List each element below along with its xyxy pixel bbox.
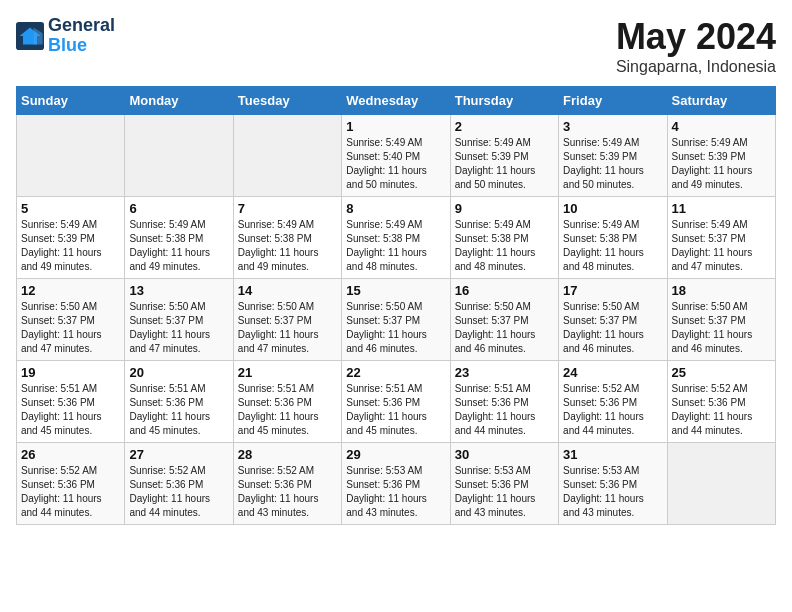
day-number: 9 — [455, 201, 554, 216]
weekday-header-wednesday: Wednesday — [342, 87, 450, 115]
calendar-subtitle: Singaparna, Indonesia — [616, 58, 776, 76]
calendar-cell: 29Sunrise: 5:53 AMSunset: 5:36 PMDayligh… — [342, 443, 450, 525]
calendar-cell: 11Sunrise: 5:49 AMSunset: 5:37 PMDayligh… — [667, 197, 775, 279]
calendar-week-3: 12Sunrise: 5:50 AMSunset: 5:37 PMDayligh… — [17, 279, 776, 361]
calendar-cell: 27Sunrise: 5:52 AMSunset: 5:36 PMDayligh… — [125, 443, 233, 525]
day-number: 14 — [238, 283, 337, 298]
calendar-cell: 30Sunrise: 5:53 AMSunset: 5:36 PMDayligh… — [450, 443, 558, 525]
weekday-header-monday: Monday — [125, 87, 233, 115]
day-info: Sunrise: 5:50 AMSunset: 5:37 PMDaylight:… — [346, 300, 445, 356]
day-number: 30 — [455, 447, 554, 462]
day-info: Sunrise: 5:49 AMSunset: 5:40 PMDaylight:… — [346, 136, 445, 192]
calendar-cell: 14Sunrise: 5:50 AMSunset: 5:37 PMDayligh… — [233, 279, 341, 361]
weekday-header-friday: Friday — [559, 87, 667, 115]
calendar-week-5: 26Sunrise: 5:52 AMSunset: 5:36 PMDayligh… — [17, 443, 776, 525]
logo-line2: Blue — [48, 36, 115, 56]
day-number: 26 — [21, 447, 120, 462]
day-info: Sunrise: 5:51 AMSunset: 5:36 PMDaylight:… — [21, 382, 120, 438]
day-number: 21 — [238, 365, 337, 380]
calendar-cell: 22Sunrise: 5:51 AMSunset: 5:36 PMDayligh… — [342, 361, 450, 443]
calendar-cell: 24Sunrise: 5:52 AMSunset: 5:36 PMDayligh… — [559, 361, 667, 443]
calendar-table: SundayMondayTuesdayWednesdayThursdayFrid… — [16, 86, 776, 525]
logo-icon — [16, 22, 44, 50]
day-info: Sunrise: 5:49 AMSunset: 5:38 PMDaylight:… — [346, 218, 445, 274]
day-info: Sunrise: 5:49 AMSunset: 5:39 PMDaylight:… — [455, 136, 554, 192]
calendar-cell: 18Sunrise: 5:50 AMSunset: 5:37 PMDayligh… — [667, 279, 775, 361]
calendar-cell: 17Sunrise: 5:50 AMSunset: 5:37 PMDayligh… — [559, 279, 667, 361]
calendar-cell: 5Sunrise: 5:49 AMSunset: 5:39 PMDaylight… — [17, 197, 125, 279]
day-number: 23 — [455, 365, 554, 380]
calendar-cell: 8Sunrise: 5:49 AMSunset: 5:38 PMDaylight… — [342, 197, 450, 279]
day-info: Sunrise: 5:49 AMSunset: 5:39 PMDaylight:… — [563, 136, 662, 192]
day-info: Sunrise: 5:50 AMSunset: 5:37 PMDaylight:… — [563, 300, 662, 356]
day-number: 2 — [455, 119, 554, 134]
title-area: May 2024 Singaparna, Indonesia — [616, 16, 776, 76]
day-number: 5 — [21, 201, 120, 216]
day-info: Sunrise: 5:50 AMSunset: 5:37 PMDaylight:… — [238, 300, 337, 356]
calendar-cell: 10Sunrise: 5:49 AMSunset: 5:38 PMDayligh… — [559, 197, 667, 279]
day-number: 19 — [21, 365, 120, 380]
calendar-cell: 23Sunrise: 5:51 AMSunset: 5:36 PMDayligh… — [450, 361, 558, 443]
day-number: 8 — [346, 201, 445, 216]
calendar-cell: 25Sunrise: 5:52 AMSunset: 5:36 PMDayligh… — [667, 361, 775, 443]
calendar-cell: 15Sunrise: 5:50 AMSunset: 5:37 PMDayligh… — [342, 279, 450, 361]
calendar-cell: 7Sunrise: 5:49 AMSunset: 5:38 PMDaylight… — [233, 197, 341, 279]
day-info: Sunrise: 5:53 AMSunset: 5:36 PMDaylight:… — [346, 464, 445, 520]
day-info: Sunrise: 5:51 AMSunset: 5:36 PMDaylight:… — [238, 382, 337, 438]
calendar-cell — [233, 115, 341, 197]
day-number: 28 — [238, 447, 337, 462]
day-number: 12 — [21, 283, 120, 298]
day-number: 22 — [346, 365, 445, 380]
day-info: Sunrise: 5:53 AMSunset: 5:36 PMDaylight:… — [563, 464, 662, 520]
calendar-cell: 2Sunrise: 5:49 AMSunset: 5:39 PMDaylight… — [450, 115, 558, 197]
calendar-cell: 13Sunrise: 5:50 AMSunset: 5:37 PMDayligh… — [125, 279, 233, 361]
calendar-cell: 26Sunrise: 5:52 AMSunset: 5:36 PMDayligh… — [17, 443, 125, 525]
day-info: Sunrise: 5:50 AMSunset: 5:37 PMDaylight:… — [21, 300, 120, 356]
day-info: Sunrise: 5:49 AMSunset: 5:38 PMDaylight:… — [129, 218, 228, 274]
day-info: Sunrise: 5:52 AMSunset: 5:36 PMDaylight:… — [238, 464, 337, 520]
day-number: 6 — [129, 201, 228, 216]
day-info: Sunrise: 5:50 AMSunset: 5:37 PMDaylight:… — [672, 300, 771, 356]
calendar-cell: 1Sunrise: 5:49 AMSunset: 5:40 PMDaylight… — [342, 115, 450, 197]
calendar-cell: 20Sunrise: 5:51 AMSunset: 5:36 PMDayligh… — [125, 361, 233, 443]
day-number: 15 — [346, 283, 445, 298]
weekday-header-row: SundayMondayTuesdayWednesdayThursdayFrid… — [17, 87, 776, 115]
weekday-header-tuesday: Tuesday — [233, 87, 341, 115]
day-info: Sunrise: 5:49 AMSunset: 5:39 PMDaylight:… — [672, 136, 771, 192]
weekday-header-thursday: Thursday — [450, 87, 558, 115]
header: General Blue May 2024 Singaparna, Indone… — [16, 16, 776, 76]
calendar-title: May 2024 — [616, 16, 776, 58]
day-info: Sunrise: 5:52 AMSunset: 5:36 PMDaylight:… — [21, 464, 120, 520]
day-number: 29 — [346, 447, 445, 462]
day-number: 31 — [563, 447, 662, 462]
calendar-cell: 19Sunrise: 5:51 AMSunset: 5:36 PMDayligh… — [17, 361, 125, 443]
day-number: 24 — [563, 365, 662, 380]
calendar-cell: 4Sunrise: 5:49 AMSunset: 5:39 PMDaylight… — [667, 115, 775, 197]
day-info: Sunrise: 5:52 AMSunset: 5:36 PMDaylight:… — [672, 382, 771, 438]
logo-line1: General — [48, 16, 115, 36]
calendar-cell — [125, 115, 233, 197]
day-info: Sunrise: 5:52 AMSunset: 5:36 PMDaylight:… — [129, 464, 228, 520]
calendar-week-1: 1Sunrise: 5:49 AMSunset: 5:40 PMDaylight… — [17, 115, 776, 197]
day-info: Sunrise: 5:50 AMSunset: 5:37 PMDaylight:… — [455, 300, 554, 356]
calendar-cell: 21Sunrise: 5:51 AMSunset: 5:36 PMDayligh… — [233, 361, 341, 443]
calendar-cell: 9Sunrise: 5:49 AMSunset: 5:38 PMDaylight… — [450, 197, 558, 279]
day-info: Sunrise: 5:53 AMSunset: 5:36 PMDaylight:… — [455, 464, 554, 520]
day-info: Sunrise: 5:51 AMSunset: 5:36 PMDaylight:… — [346, 382, 445, 438]
weekday-header-sunday: Sunday — [17, 87, 125, 115]
weekday-header-saturday: Saturday — [667, 87, 775, 115]
day-info: Sunrise: 5:52 AMSunset: 5:36 PMDaylight:… — [563, 382, 662, 438]
day-info: Sunrise: 5:49 AMSunset: 5:39 PMDaylight:… — [21, 218, 120, 274]
day-number: 11 — [672, 201, 771, 216]
day-info: Sunrise: 5:51 AMSunset: 5:36 PMDaylight:… — [129, 382, 228, 438]
day-number: 17 — [563, 283, 662, 298]
day-number: 25 — [672, 365, 771, 380]
day-number: 18 — [672, 283, 771, 298]
calendar-cell: 12Sunrise: 5:50 AMSunset: 5:37 PMDayligh… — [17, 279, 125, 361]
day-number: 7 — [238, 201, 337, 216]
day-info: Sunrise: 5:49 AMSunset: 5:37 PMDaylight:… — [672, 218, 771, 274]
day-info: Sunrise: 5:49 AMSunset: 5:38 PMDaylight:… — [455, 218, 554, 274]
day-number: 27 — [129, 447, 228, 462]
day-number: 1 — [346, 119, 445, 134]
day-number: 3 — [563, 119, 662, 134]
